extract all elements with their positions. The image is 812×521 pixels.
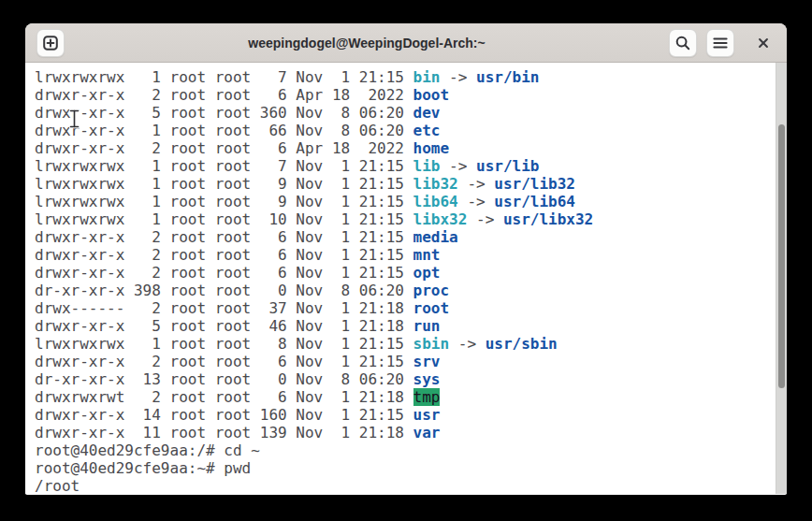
terminal-line: drwxr-xr-x 1 root root 66 Nov 8 06:20 et… — [35, 122, 776, 139]
file-name: run — [413, 317, 441, 335]
terminal-window: weepingdogel@WeepingDogel-Arch:~ — [25, 23, 787, 495]
scrollbar-track[interactable] — [776, 63, 787, 494]
new-tab-button[interactable] — [36, 29, 65, 57]
terminal-line: lrwxrwxrwx 1 root root 9 Nov 1 21:15 lib… — [35, 193, 776, 210]
terminal-line: drwxr-xr-x 2 root root 6 Nov 1 21:15 mnt — [35, 246, 776, 264]
file-name: opt — [413, 264, 441, 282]
terminal-line: drwxr-xr-x 2 root root 6 Apr 18 2022 hom… — [35, 139, 776, 157]
file-meta: drwxr-xr-x 2 root root 6 Apr 18 2022 — [35, 86, 413, 104]
terminal-line: drwxr-xr-x 2 root root 6 Nov 1 21:15 opt — [35, 264, 776, 282]
symlink-target: usr/lib64 — [494, 193, 575, 210]
terminal-line: drwxr-xr-x 11 root root 139 Nov 1 21:18 … — [35, 424, 776, 441]
file-meta: lrwxrwxrwx 1 root root 9 Nov 1 21:15 — [35, 193, 413, 210]
new-tab-icon — [41, 34, 60, 52]
symlink-arrow: -> — [440, 68, 476, 86]
file-meta: dr-xr-xr-x 398 root root 0 Nov 8 06:20 — [35, 282, 413, 299]
file-meta: drwxr-xr-x 2 root root 6 Apr 18 2022 — [35, 139, 413, 157]
file-name: sbin — [413, 335, 450, 353]
desktop-background: weepingdogel@WeepingDogel-Arch:~ — [0, 0, 812, 521]
terminal-line: lrwxrwxrwx 1 root root 8 Nov 1 21:15 sbi… — [35, 335, 776, 353]
close-button[interactable] — [751, 31, 776, 55]
file-meta: dr-xr-xr-x 13 root root 0 Nov 8 06:20 — [35, 370, 413, 388]
file-name: proc — [413, 282, 450, 299]
symlink-arrow: -> — [458, 175, 495, 193]
file-meta: lrwxrwxrwx 1 root root 9 Nov 1 21:15 — [35, 175, 413, 193]
terminal-command-line: /root — [35, 477, 776, 494]
menu-button[interactable] — [706, 29, 734, 57]
terminal-line: drwxr-xr-x 14 root root 160 Nov 1 21:15 … — [35, 406, 776, 424]
file-meta: drwxrwxrwt 2 root root 6 Nov 1 21:18 — [35, 388, 413, 406]
symlink-arrow: -> — [467, 210, 503, 228]
file-meta: lrwxrwxrwx 1 root root 7 Nov 1 21:15 — [35, 157, 413, 175]
symlink-target: usr/lib32 — [494, 175, 575, 193]
terminal-line: drwxr-xr-x 2 root root 6 Nov 1 21:15 srv — [35, 353, 776, 370]
file-name: tmp — [413, 388, 441, 406]
terminal-line: drwxr-xr-x 2 root root 6 Nov 1 21:15 med… — [35, 228, 776, 246]
file-name: usr — [413, 406, 441, 424]
file-name: bin — [413, 68, 441, 86]
search-icon — [674, 35, 691, 51]
search-button[interactable] — [669, 29, 697, 57]
terminal-line: lrwxrwxrwx 1 root root 9 Nov 1 21:15 lib… — [35, 175, 776, 193]
file-meta: drwxr-xr-x 1 root root 66 Nov 8 06:20 — [35, 122, 413, 139]
file-name: lib32 — [413, 175, 458, 193]
symlink-target: usr/sbin — [486, 335, 558, 353]
file-name: etc — [413, 122, 441, 139]
terminal-line: dr-xr-xr-x 13 root root 0 Nov 8 06:20 sy… — [35, 370, 776, 388]
terminal-line: lrwxrwxrwx 1 root root 7 Nov 1 21:15 lib… — [35, 157, 776, 175]
terminal-line: drwxr-xr-x 5 root root 46 Nov 1 21:18 ru… — [35, 317, 776, 335]
close-x-icon — [757, 36, 770, 51]
symlink-target: usr/lib — [476, 157, 539, 175]
symlink-arrow: -> — [440, 157, 476, 175]
terminal-command-line: root@40ed29cfe9aa:/# cd ~ — [35, 441, 776, 459]
file-meta: lrwxrwxrwx 1 root root 8 Nov 1 21:15 — [35, 335, 413, 353]
terminal-line: drwxr-xr-x 5 root root 360 Nov 8 06:20 d… — [35, 104, 776, 122]
file-meta: drwx------ 2 root root 37 Nov 1 21:18 — [35, 299, 413, 317]
terminal-line: lrwxrwxrwx 1 root root 10 Nov 1 21:15 li… — [35, 210, 776, 228]
file-name: sys — [413, 370, 441, 388]
symlink-arrow: -> — [449, 335, 486, 353]
file-meta: drwxr-xr-x 2 root root 6 Nov 1 21:15 — [35, 246, 413, 264]
file-name: lib64 — [413, 193, 458, 210]
file-name: media — [413, 228, 458, 246]
file-name: libx32 — [413, 210, 468, 228]
file-name: lib — [413, 157, 441, 175]
terminal-line: drwx------ 2 root root 37 Nov 1 21:18 ro… — [35, 299, 776, 317]
file-name: dev — [413, 104, 441, 122]
file-meta: lrwxrwxrwx 1 root root 7 Nov 1 21:15 — [35, 68, 413, 86]
file-meta: drwxr-xr-x 2 root root 6 Nov 1 21:15 — [35, 264, 413, 282]
terminal-line: dr-xr-xr-x 398 root root 0 Nov 8 06:20 p… — [35, 282, 776, 299]
titlebar[interactable]: weepingdogel@WeepingDogel-Arch:~ — [25, 23, 787, 63]
file-name: mnt — [413, 246, 441, 264]
terminal-content: lrwxrwxrwx 1 root root 7 Nov 1 21:15 bin… — [25, 63, 787, 494]
titlebar-controls — [669, 29, 776, 57]
file-name: srv — [413, 353, 441, 370]
file-meta: drwxr-xr-x 2 root root 6 Nov 1 21:15 — [35, 353, 413, 370]
terminal-line: drwxr-xr-x 2 root root 6 Apr 18 2022 boo… — [35, 86, 776, 104]
symlink-target: usr/bin — [476, 68, 539, 86]
file-name: var — [413, 424, 441, 441]
terminal-command-line: root@40ed29cfe9aa:~# pwd — [35, 459, 776, 477]
file-meta: lrwxrwxrwx 1 root root 10 Nov 1 21:15 — [35, 210, 413, 228]
file-meta: drwxr-xr-x 14 root root 160 Nov 1 21:15 — [35, 406, 413, 424]
terminal-line: lrwxrwxrwx 1 root root 7 Nov 1 21:15 bin… — [35, 68, 776, 86]
file-meta: drwxr-xr-x 2 root root 6 Nov 1 21:15 — [35, 228, 413, 246]
file-meta: drwxr-xr-x 11 root root 139 Nov 1 21:18 — [35, 424, 413, 441]
hamburger-menu-icon — [712, 35, 729, 51]
file-meta: drwxr-xr-x 5 root root 360 Nov 8 06:20 — [35, 104, 413, 122]
file-name: home — [413, 139, 450, 157]
scrollbar-thumb[interactable] — [778, 124, 785, 388]
window-title: weepingdogel@WeepingDogel-Arch:~ — [65, 36, 669, 51]
file-name: boot — [413, 86, 450, 104]
symlink-target: usr/libx32 — [503, 210, 593, 228]
symlink-arrow: -> — [458, 193, 495, 210]
file-meta: drwxr-xr-x 5 root root 46 Nov 1 21:18 — [35, 317, 413, 335]
terminal-line: drwxrwxrwt 2 root root 6 Nov 1 21:18 tmp — [35, 388, 776, 406]
terminal-screen[interactable]: lrwxrwxrwx 1 root root 7 Nov 1 21:15 bin… — [25, 63, 776, 494]
file-name: root — [413, 299, 450, 317]
